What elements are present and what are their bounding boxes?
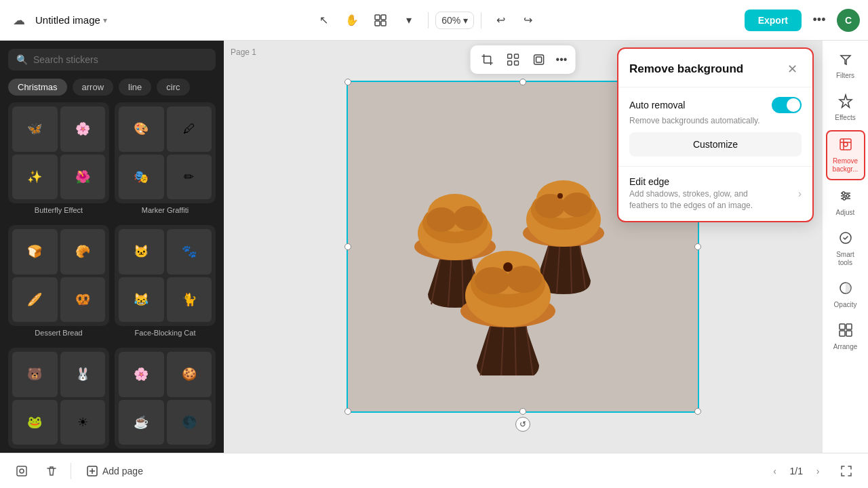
- sticker-item: 🥨: [60, 277, 106, 323]
- sticker-tags: Christmas arrow line circ: [0, 79, 224, 102]
- export-button[interactable]: Export: [745, 9, 802, 31]
- auto-removal-desc: Remove backgrounds automatically.: [629, 116, 802, 125]
- remove-bg-label: Remove backgr...: [831, 157, 860, 174]
- customize-button[interactable]: Customize: [629, 132, 802, 157]
- zoom-control[interactable]: 60% ▾: [435, 12, 474, 29]
- select-tool-button[interactable]: ↖: [311, 8, 336, 33]
- handle-top-center[interactable]: [519, 79, 526, 85]
- redo-button[interactable]: ↪: [515, 8, 540, 33]
- fullscreen-button[interactable]: [835, 460, 857, 482]
- list-item[interactable]: 🦋 🌸 ✨ 🌺 Butterfly Effect: [8, 102, 109, 214]
- arrange-label: Arrange: [833, 343, 858, 351]
- sticker-item: 🌸: [60, 106, 106, 152]
- sticker-item: 🐰: [60, 352, 106, 397]
- sticker-item: 🌸: [119, 352, 164, 397]
- topbar-center: ↖ ✋ ▾ 60% ▾ ↩ ↪: [113, 8, 739, 33]
- tag-circle[interactable]: circ: [157, 79, 189, 96]
- undo-button[interactable]: ↩: [488, 8, 513, 33]
- sticker-label: Dessert Bread: [8, 329, 109, 337]
- history-button[interactable]: [11, 460, 33, 482]
- add-page-button[interactable]: Add page: [79, 461, 150, 481]
- handle-top-left[interactable]: [344, 79, 351, 85]
- float-more-icon[interactable]: •••: [553, 54, 570, 66]
- list-item[interactable]: 🍞 🥐 🥖 🥨 Dessert Bread: [8, 225, 109, 337]
- svg-rect-12: [515, 61, 519, 65]
- topbar: ☁ Untitled image ▾ ↖ ✋ ▾ 60% ▾ ↩ ↪: [0, 0, 868, 41]
- page-nav: ‹ 1/1 ›: [766, 462, 827, 481]
- sticker-search-area: 🔍: [0, 41, 224, 79]
- auto-removal-toggle[interactable]: [772, 97, 802, 113]
- opacity-label: Opacity: [834, 301, 857, 309]
- effects-icon: [838, 94, 853, 112]
- svg-rect-60: [840, 331, 845, 336]
- handle-bottom-left[interactable]: [344, 408, 351, 415]
- doc-title-area[interactable]: Untitled image ▾: [35, 14, 107, 26]
- handle-bottom-center[interactable]: [519, 408, 526, 415]
- right-sidebar: Filters Effects Remove backgr...: [822, 41, 868, 453]
- sidebar-tool-opacity[interactable]: Opacity: [826, 275, 865, 314]
- next-page-button[interactable]: ›: [808, 462, 827, 481]
- prev-page-button[interactable]: ‹: [766, 462, 785, 481]
- svg-rect-61: [846, 331, 852, 336]
- sticker-grid-area: 🦋 🌸 ✨ 🌺 Butterfly Effect 🎨 🖊 🎭 ✏: [0, 102, 224, 453]
- edit-edge-desc: Add shadows, strokes, glow, and feathers…: [629, 188, 765, 211]
- layout-dropdown-button[interactable]: ▾: [397, 8, 421, 33]
- auto-removal-section: Auto removal Remove backgrounds automati…: [618, 87, 812, 167]
- opacity-icon: [838, 281, 853, 299]
- list-item[interactable]: 🐻 🐰 🐸 ☀ 3D Animals: [8, 348, 109, 453]
- remove-bg-icon: [838, 137, 853, 155]
- doc-title-chevron-icon[interactable]: ▾: [103, 16, 107, 25]
- add-page-label: Add page: [102, 466, 143, 476]
- sticker-item: 🍪: [167, 352, 212, 397]
- edit-edge-chevron-icon: ›: [798, 188, 802, 200]
- more-options-button[interactable]: •••: [807, 8, 831, 33]
- topbar-right: Export ••• C: [745, 8, 860, 33]
- sidebar-tool-smart-tools[interactable]: Smart tools: [826, 225, 865, 272]
- avatar-button[interactable]: C: [837, 9, 860, 32]
- list-item[interactable]: 🌸 🍪 ☕ 🌑 Nomad: [115, 348, 216, 453]
- sticker-grid-1: 🦋 🌸 ✨ 🌺 Butterfly Effect 🎨 🖊 🎭 ✏: [8, 102, 216, 214]
- filters-icon: [838, 52, 853, 70]
- sidebar-tool-remove-bg[interactable]: Remove backgr...: [826, 130, 865, 180]
- handle-middle-left[interactable]: [344, 243, 351, 250]
- tag-christmas[interactable]: Christmas: [8, 79, 67, 96]
- sticker-item: 🐈: [167, 277, 212, 323]
- bottom-bar: Add page ‹ 1/1 ›: [0, 453, 868, 488]
- sticker-item: 🐾: [167, 229, 212, 274]
- filters-label: Filters: [836, 72, 854, 80]
- search-input[interactable]: [33, 54, 208, 65]
- layout-tool-button[interactable]: [368, 8, 393, 33]
- tag-arrow[interactable]: arrow: [73, 79, 114, 96]
- edit-edge-row[interactable]: Edit edge Add shadows, strokes, glow, an…: [629, 176, 802, 211]
- sticker-item: 🦋: [12, 106, 58, 152]
- panel-close-button[interactable]: ✕: [783, 60, 802, 79]
- svg-rect-58: [840, 324, 845, 329]
- grid-tool-button[interactable]: [502, 48, 525, 71]
- sidebar-tool-arrange[interactable]: Arrange: [826, 317, 865, 357]
- search-box[interactable]: 🔍: [8, 49, 216, 70]
- handle-middle-right[interactable]: [694, 243, 701, 250]
- rotate-handle[interactable]: ↺: [515, 417, 530, 432]
- handle-bottom-right[interactable]: [694, 408, 701, 415]
- edit-edge-section: Edit edge Add shadows, strokes, glow, an…: [618, 167, 812, 221]
- auto-removal-label: Auto removal: [629, 100, 685, 110]
- sidebar-tool-filters[interactable]: Filters: [826, 46, 865, 85]
- sticker-item: ☀: [60, 400, 106, 445]
- divider: [428, 12, 429, 28]
- list-item[interactable]: 🐱 🐾 😹 🐈 Face-Blocking Cat: [115, 225, 216, 337]
- sticker-section-1: 🦋 🌸 ✨ 🌺 Butterfly Effect 🎨 🖊 🎭 ✏: [8, 102, 216, 214]
- zoom-chevron-icon: ▾: [463, 15, 468, 26]
- effects-label: Effects: [835, 114, 855, 122]
- frame-tool-button[interactable]: [528, 48, 551, 71]
- svg-point-46: [503, 262, 513, 272]
- list-item[interactable]: 🎨 🖊 🎭 ✏ Marker Graffiti: [115, 102, 216, 214]
- hand-tool-button[interactable]: ✋: [340, 8, 364, 33]
- crop-tool-button[interactable]: [476, 48, 499, 71]
- delete-button[interactable]: [41, 460, 62, 482]
- smart-tools-label: Smart tools: [830, 251, 861, 267]
- sticker-item: 🍞: [12, 229, 58, 274]
- sidebar-tool-effects[interactable]: Effects: [826, 88, 865, 127]
- sidebar-tool-adjust[interactable]: Adjust: [826, 183, 865, 222]
- tag-line[interactable]: line: [119, 79, 151, 96]
- svg-rect-4: [484, 56, 491, 63]
